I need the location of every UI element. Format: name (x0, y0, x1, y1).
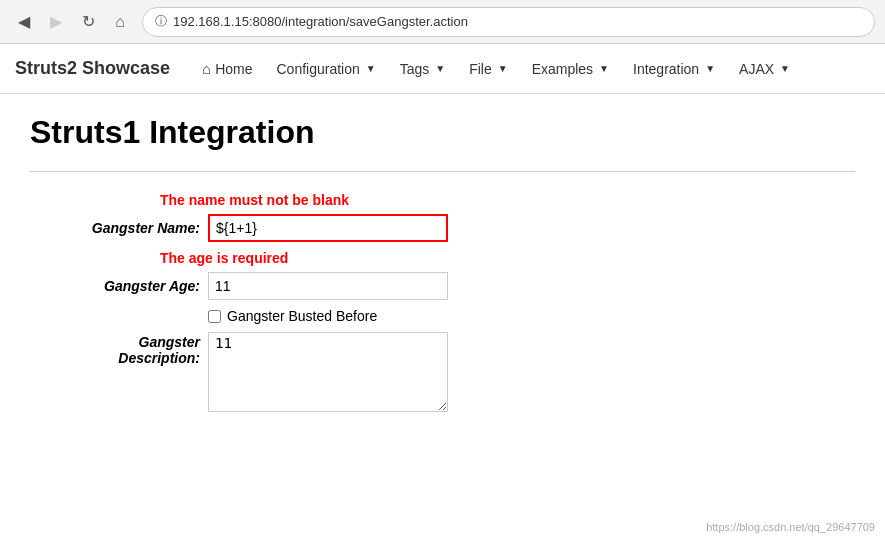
caret-file: ▼ (498, 63, 508, 74)
caret-configuration: ▼ (366, 63, 376, 74)
caret-ajax: ▼ (780, 63, 790, 74)
navbar-brand: Struts2 Showcase (15, 58, 170, 79)
nav-item-configuration: Configuration ▼ (264, 44, 387, 94)
form-row-age: Gangster Age: (60, 272, 855, 300)
nav-label-ajax: AJAX (739, 61, 774, 77)
nav-label-examples: Examples (532, 61, 593, 77)
nav-link-integration[interactable]: Integration ▼ (621, 44, 727, 94)
error-name: The name must not be blank (160, 192, 855, 208)
nav-buttons: ◀ ▶ ↻ ⌂ (10, 8, 134, 36)
gangster-name-label: Gangster Name: (60, 220, 200, 236)
nav-item-tags: Tags ▼ (388, 44, 457, 94)
form-row-name: Gangster Name: (60, 214, 855, 242)
nav-label-home: Home (215, 61, 252, 77)
gangster-age-label: Gangster Age: (60, 278, 200, 294)
form-row-desc: Gangster Description: 11 (60, 332, 855, 412)
url-text: 192.168.1.15:8080/integration/saveGangst… (173, 14, 468, 29)
forward-button[interactable]: ▶ (42, 8, 70, 36)
nav-link-configuration[interactable]: Configuration ▼ (264, 44, 387, 94)
nav-item-file: File ▼ (457, 44, 519, 94)
nav-item-ajax: AJAX ▼ (727, 44, 802, 94)
navbar-nav: ⌂ Home Configuration ▼ Tags ▼ File ▼ Exa (190, 44, 802, 94)
nav-link-ajax[interactable]: AJAX ▼ (727, 44, 802, 94)
nav-label-integration: Integration (633, 61, 699, 77)
nav-link-file[interactable]: File ▼ (457, 44, 519, 94)
caret-examples: ▼ (599, 63, 609, 74)
nav-link-home[interactable]: ⌂ Home (190, 44, 264, 94)
back-button[interactable]: ◀ (10, 8, 38, 36)
checkbox-row-busted: Gangster Busted Before (208, 308, 855, 324)
nav-link-tags[interactable]: Tags ▼ (388, 44, 457, 94)
form-container: The name must not be blank Gangster Name… (30, 192, 855, 412)
home-icon: ⌂ (202, 60, 211, 77)
nav-item-home: ⌂ Home (190, 44, 264, 94)
caret-integration: ▼ (705, 63, 715, 74)
lock-icon: ⓘ (155, 13, 167, 30)
caret-tags: ▼ (435, 63, 445, 74)
navbar: Struts2 Showcase ⌂ Home Configuration ▼ … (0, 44, 885, 94)
nav-item-examples: Examples ▼ (520, 44, 621, 94)
gangster-desc-label: Gangster Description: (60, 332, 200, 366)
gangster-name-input[interactable] (208, 214, 448, 242)
nav-label-tags: Tags (400, 61, 430, 77)
nav-item-integration: Integration ▼ (621, 44, 727, 94)
nav-link-examples[interactable]: Examples ▼ (520, 44, 621, 94)
nav-label-file: File (469, 61, 492, 77)
nav-label-configuration: Configuration (276, 61, 359, 77)
gangster-desc-textarea[interactable]: 11 (208, 332, 448, 412)
gangster-busted-checkbox[interactable] (208, 310, 221, 323)
divider (30, 171, 855, 172)
page-content: Struts1 Integration The name must not be… (0, 94, 885, 440)
gangster-age-input[interactable] (208, 272, 448, 300)
address-bar[interactable]: ⓘ 192.168.1.15:8080/integration/saveGang… (142, 7, 875, 37)
browser-chrome: ◀ ▶ ↻ ⌂ ⓘ 192.168.1.15:8080/integration/… (0, 0, 885, 44)
error-age: The age is required (160, 250, 855, 266)
home-button[interactable]: ⌂ (106, 8, 134, 36)
reload-button[interactable]: ↻ (74, 8, 102, 36)
page-title: Struts1 Integration (30, 114, 855, 151)
gangster-busted-label: Gangster Busted Before (227, 308, 377, 324)
